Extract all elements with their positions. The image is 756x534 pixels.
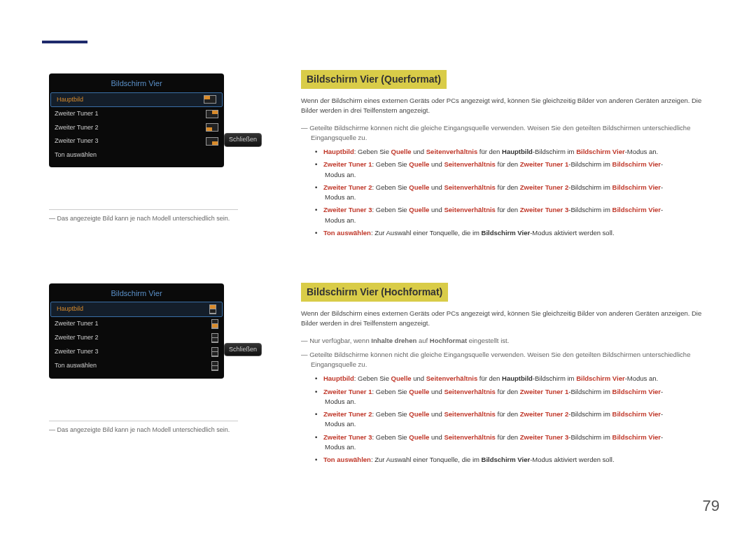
menu-label: Zweiter Tuner 3 xyxy=(55,136,99,146)
list-item: Zweiter Tuner 2: Geben Sie Quelle und Se… xyxy=(315,409,707,430)
close-button[interactable]: Schließen xyxy=(224,133,262,147)
menu-label: Zweiter Tuner 2 xyxy=(55,333,99,343)
layout-icon xyxy=(209,304,216,314)
menu-label: Hauptbild xyxy=(57,304,83,314)
list-item: Zweiter Tuner 3: Geben Sie Quelle und Se… xyxy=(315,433,707,453)
layout-icon xyxy=(211,319,218,329)
menu-label: Zweiter Tuner 1 xyxy=(55,319,99,329)
layout-icon xyxy=(204,95,216,104)
list-item: Hauptbild: Geben Sie Quelle und Seitenve… xyxy=(315,147,707,157)
layout-icon xyxy=(211,361,218,371)
section-title-hochformat: Bildschirm Vier (Hochformat) xyxy=(301,283,448,302)
footnote: Das angezeigte Bild kann je nach Modell … xyxy=(49,421,238,435)
list-item: Zweiter Tuner 3: Geben Sie Quelle und Se… xyxy=(315,205,707,225)
layout-icon xyxy=(211,347,218,357)
menu-label: Ton auswählen xyxy=(55,150,97,160)
menu-item[interactable]: Zweiter Tuner 2 xyxy=(49,331,224,345)
list-item: Zweiter Tuner 2: Geben Sie Quelle und Se… xyxy=(315,183,707,203)
screen-title: Bildschirm Vier xyxy=(49,73,224,92)
menu-item[interactable]: Zweiter Tuner 2 xyxy=(49,121,224,135)
note-text: Nur verfügbar, wenn Inhalte drehen auf H… xyxy=(301,336,707,346)
menu-item[interactable]: Zweiter Tuner 1 xyxy=(49,107,224,121)
intro-text: Wenn der Bildschirm eines externen Gerät… xyxy=(301,96,707,116)
layout-icon xyxy=(206,137,218,146)
menu-item[interactable]: Zweiter Tuner 3 xyxy=(49,134,224,148)
menu-label: Zweiter Tuner 2 xyxy=(55,123,99,133)
note-text: Geteilte Bildschirme können nicht die gl… xyxy=(301,350,707,370)
section-title-querformat: Bildschirm Vier (Querformat) xyxy=(301,70,447,89)
close-button[interactable]: Schließen xyxy=(224,343,262,357)
menu-item-hauptbild[interactable]: Hauptbild xyxy=(50,92,223,108)
list-item: Zweiter Tuner 1: Geben Sie Quelle und Se… xyxy=(315,387,707,407)
layout-icon xyxy=(206,123,218,132)
accent-bar xyxy=(42,41,88,43)
note-text: Geteilte Bildschirme können nicht die gl… xyxy=(301,123,707,143)
footnote: Das angezeigte Bild kann je nach Modell … xyxy=(49,209,238,224)
menu-label: Zweiter Tuner 1 xyxy=(55,109,99,119)
menu-label: Hauptbild xyxy=(57,95,83,105)
layout-icon xyxy=(211,333,218,343)
layout-icon xyxy=(206,110,218,118)
list-item: Zweiter Tuner 1: Geben Sie Quelle und Se… xyxy=(315,160,707,180)
menu-item[interactable]: Zweiter Tuner 3 xyxy=(49,345,224,359)
menu-item-hauptbild[interactable]: Hauptbild xyxy=(50,302,223,317)
menu-label: Zweiter Tuner 3 xyxy=(55,347,99,357)
list-item: Ton auswählen: Zur Auswahl einer Tonquel… xyxy=(315,228,707,238)
page-number: 79 xyxy=(703,494,720,517)
menu-item[interactable]: Ton auswählen xyxy=(49,148,224,162)
intro-text: Wenn der Bildschirm eines externen Gerät… xyxy=(301,309,707,329)
menu-item[interactable]: Ton auswählen xyxy=(49,359,224,373)
list-item: Hauptbild: Geben Sie Quelle und Seitenve… xyxy=(315,374,707,384)
bullet-list: Hauptbild: Geben Sie Quelle und Seitenve… xyxy=(301,147,707,238)
menu-item[interactable]: Zweiter Tuner 1 xyxy=(49,317,224,331)
screenshot-hochformat: Bildschirm Vier Hauptbild Zweiter Tuner … xyxy=(49,280,224,407)
bullet-list: Hauptbild: Geben Sie Quelle und Seitenve… xyxy=(301,374,707,465)
menu-label: Ton auswählen xyxy=(55,361,97,371)
screen-title: Bildschirm Vier xyxy=(49,283,224,302)
screenshot-querformat: Bildschirm Vier Hauptbild Zweiter Tuner … xyxy=(49,70,224,195)
list-item: Ton auswählen: Zur Auswahl einer Tonquel… xyxy=(315,455,707,465)
